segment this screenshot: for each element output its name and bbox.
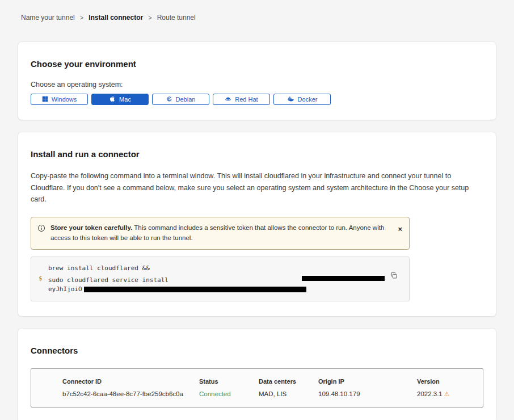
code-line-1: brew install cloudflared && [48,264,386,273]
os-button-label: Mac [119,96,131,103]
os-button-label: Red Hat [235,96,258,103]
copy-icon[interactable] [390,272,398,281]
code-line-token: eyJhIjoiO [48,285,386,294]
column-header-origin-ip: Origin IP [318,378,417,385]
version-value: 2022.3.1 [417,390,443,397]
close-icon[interactable]: × [398,225,402,233]
os-button-debian[interactable]: Debian [152,94,209,105]
breadcrumb: Name your tunnel > Install connector > R… [18,14,496,22]
cell-version: 2022.3.1⚠ [417,390,477,398]
redhat-icon [225,95,231,103]
breadcrumb-separator: > [148,14,151,21]
token-visible-text: eyJhIjoiO [48,285,82,294]
column-header-data-centers: Data centers [259,378,318,385]
os-button-mac[interactable]: Mac [91,94,149,105]
redacted-token-bar [302,276,385,281]
windows-icon [42,96,48,103]
breadcrumb-install-connector[interactable]: Install connector [89,14,143,22]
cell-data-centers: MAD, LIS [259,390,318,398]
column-header-connector-id: Connector ID [62,378,199,385]
environment-card-title: Choose your environment [31,59,483,69]
install-card-title: Install and run a connector [31,149,483,159]
breadcrumb-separator: > [80,14,83,21]
breadcrumb-route-tunnel[interactable]: Route tunnel [157,14,196,22]
os-button-group: Windows Mac Debian Red Hat [31,94,483,105]
column-header-version: Version [417,378,477,385]
info-icon [37,224,45,234]
docker-icon [287,95,294,104]
column-header-status: Status [199,378,259,385]
connectors-card-title: Connectors [31,346,483,355]
os-button-docker[interactable]: Docker [273,94,331,105]
breadcrumb-name-your-tunnel[interactable]: Name your tunnel [21,14,75,22]
os-button-redhat[interactable]: Red Hat [213,94,270,105]
shell-prompt: $ [39,274,43,283]
connectors-card: Connectors Connector ID Status Data cent… [18,329,496,420]
install-description: Copy-paste the following command into a … [31,170,483,205]
install-command-code-block: $ brew install cloudflared && sudo cloud… [31,257,410,302]
install-card: Install and run a connector Copy-paste t… [18,132,496,316]
cell-status: Connected [199,390,259,398]
warning-text: Store your token carefully. This command… [50,223,393,243]
os-select-label: Choose an operating system: [31,81,483,89]
environment-card: Choose your environment Choose an operat… [18,42,496,120]
os-button-label: Debian [176,96,196,103]
redacted-token-bar [84,287,306,292]
debian-icon [166,96,172,103]
token-warning-banner: Store your token carefully. This command… [31,217,410,250]
apple-icon [109,95,116,103]
os-button-windows[interactable]: Windows [31,94,88,105]
connectors-table: Connector ID Status Data centers Origin … [31,368,483,408]
os-button-label: Docker [298,96,318,103]
os-button-label: Windows [52,96,77,103]
cell-origin-ip: 109.48.10.179 [318,390,417,398]
version-warning-icon: ⚠ [444,390,450,397]
cell-connector-id: b7c52c42-6caa-48ee-8c77-fbe259cb6c0a [62,390,199,398]
warning-text-bold: Store your token carefully. [50,224,132,231]
tunnel-setup-page: Name your tunnel > Install connector > R… [0,0,514,420]
